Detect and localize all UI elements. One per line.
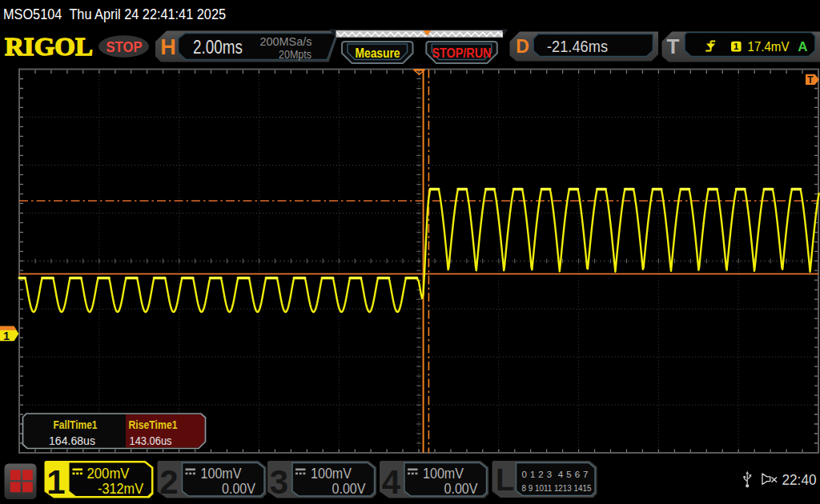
svg-text:3: 3 xyxy=(270,463,288,501)
svg-text:MSO5104 Thu April 24 22:41:41: MSO5104 Thu April 24 22:41:41 2025 xyxy=(3,6,226,22)
svg-text:RIGOL: RIGOL xyxy=(5,33,93,61)
svg-text:0.00V: 0.00V xyxy=(332,481,366,497)
svg-text:RiseTime1: RiseTime1 xyxy=(129,418,178,431)
svg-text:-21.46ms: -21.46ms xyxy=(547,37,608,55)
svg-text:H: H xyxy=(160,35,176,59)
svg-text:1: 1 xyxy=(3,330,10,342)
svg-text:100mV: 100mV xyxy=(201,466,242,482)
svg-text:143.06us: 143.06us xyxy=(130,434,172,447)
svg-text:D: D xyxy=(516,36,529,57)
svg-text:T: T xyxy=(807,74,814,86)
svg-text:T: T xyxy=(667,34,680,58)
svg-text:FallTime1: FallTime1 xyxy=(54,418,98,431)
svg-text:100mV: 100mV xyxy=(311,466,352,482)
svg-text:L: L xyxy=(496,463,514,497)
svg-text:1: 1 xyxy=(46,463,65,501)
svg-text:20Mpts: 20Mpts xyxy=(279,47,312,61)
svg-text:Measure: Measure xyxy=(356,46,400,60)
svg-text:17.4mV: 17.4mV xyxy=(748,39,790,54)
svg-text:0.00V: 0.00V xyxy=(222,481,255,497)
svg-text:2.00ms: 2.00ms xyxy=(193,36,243,58)
svg-text:22:40: 22:40 xyxy=(782,471,817,488)
svg-text:4: 4 xyxy=(382,463,401,501)
svg-text:-312mV: -312mV xyxy=(98,481,143,497)
svg-text:0.00V: 0.00V xyxy=(444,481,478,497)
svg-text:STOP/RUN: STOP/RUN xyxy=(432,46,492,60)
svg-text:200mV: 200mV xyxy=(87,466,130,482)
svg-text:0 1 2 3 4 5 6 7: 0 1 2 3 4 5 6 7 xyxy=(522,470,589,479)
svg-text:STOP: STOP xyxy=(107,39,143,55)
svg-text:1: 1 xyxy=(734,42,739,51)
svg-text:100mV: 100mV xyxy=(423,466,464,482)
svg-text:8 9 1011 1213 1415: 8 9 1011 1213 1415 xyxy=(522,483,592,493)
svg-text:200MSa/s: 200MSa/s xyxy=(260,34,312,48)
svg-text:A: A xyxy=(798,39,807,54)
svg-text:2: 2 xyxy=(159,463,178,501)
svg-text:164.68us: 164.68us xyxy=(49,434,95,447)
